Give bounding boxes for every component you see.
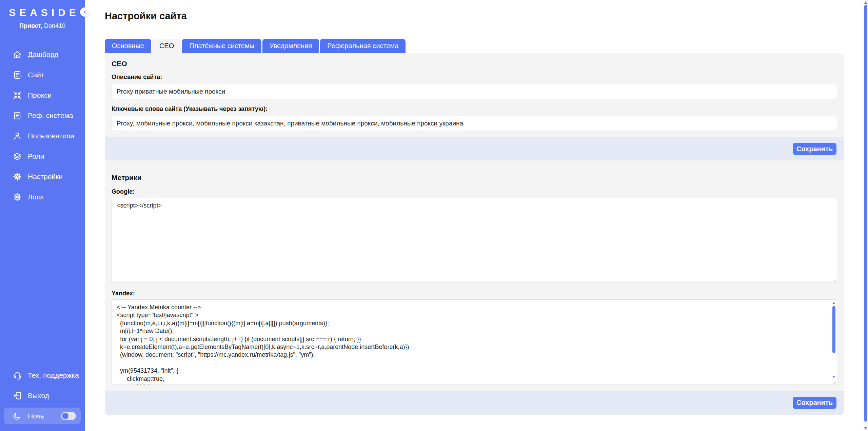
- google-metric-label: Google:: [112, 188, 837, 196]
- sidebar-item-label: Прокси: [28, 91, 52, 99]
- gear-icon: [13, 193, 22, 201]
- sidebar-item-users[interactable]: Пользователи: [0, 128, 85, 144]
- site-description-label: Описание сайта:: [112, 73, 837, 81]
- seo-save-button[interactable]: Сохранить: [793, 143, 836, 155]
- site-keywords-input[interactable]: [112, 116, 837, 131]
- sidebar-item-label: Тех. поддержка: [28, 371, 79, 379]
- night-mode-row[interactable]: Ночь: [4, 408, 81, 424]
- sidebar-item-site[interactable]: Сайт: [0, 67, 85, 83]
- sidebar-nav: Дашборд Сайт Прокси Реф. система: [0, 46, 85, 209]
- seo-save-bar: Сохранить: [105, 137, 844, 160]
- page: SEASIDE Привет, Don410 Дашборд Сайт: [0, 0, 868, 431]
- textarea-scrollbar[interactable]: [831, 300, 836, 379]
- greeting-word: Привет,: [19, 22, 42, 29]
- tab-seo[interactable]: CEO: [152, 39, 181, 53]
- metrics-save-button[interactable]: Сохранить: [793, 397, 836, 409]
- person-icon: [13, 132, 22, 140]
- metrics-heading: Метрики: [112, 160, 837, 182]
- night-mode-label: Ночь: [28, 412, 44, 420]
- scroll-up-arrow-icon[interactable]: [832, 302, 835, 304]
- sidebar-item-support[interactable]: Тех. поддержка: [0, 367, 85, 384]
- journal-icon: [13, 71, 22, 79]
- scrollbar-thumb[interactable]: [832, 306, 835, 353]
- sidebar-item-label: Реф. система: [28, 112, 73, 120]
- sidebar-collapse-button[interactable]: [80, 7, 89, 17]
- google-metric-textarea[interactable]: <script></script>: [112, 198, 837, 283]
- settings-panel: CEO Описание сайта: Ключевые слова сайта…: [105, 53, 844, 415]
- sidebar-item-label: Настройки: [28, 173, 63, 181]
- sidebar-footer-nav: Тех. поддержка Выход: [0, 367, 85, 408]
- layers-icon: [13, 152, 22, 161]
- house-icon: [13, 50, 22, 59]
- sidebar-item-label: Пользователи: [28, 132, 74, 140]
- page-title: Настройки сайта: [105, 11, 187, 22]
- toggle-knob: [62, 413, 68, 419]
- journal-icon: [13, 111, 22, 120]
- scrollbar-thumb[interactable]: [864, 5, 867, 422]
- site-description-input[interactable]: [112, 84, 837, 99]
- scroll-down-arrow-icon[interactable]: [864, 427, 867, 430]
- tab-notifications[interactable]: Уведомления: [262, 39, 319, 53]
- sidebar-item-dashboard[interactable]: Дашборд: [0, 46, 85, 63]
- compress-arrows-icon: [13, 91, 22, 100]
- sidebar-item-label: Роли: [28, 152, 44, 160]
- sidebar: SEASIDE Привет, Don410 Дашборд Сайт: [0, 0, 85, 431]
- sidebar-item-settings[interactable]: Настройки: [0, 169, 85, 185]
- sidebar-item-label: Логи: [28, 193, 43, 201]
- scroll-up-arrow-icon[interactable]: [864, 1, 867, 4]
- sidebar-item-label: Сайт: [28, 71, 44, 79]
- yandex-metric-code: <!-- Yandex.Metrika counter --> <script …: [112, 300, 837, 385]
- headset-icon: [13, 371, 22, 380]
- sidebar-item-logs[interactable]: Логи: [0, 189, 85, 205]
- tab-bar: Основные CEO Платёжные системы Уведомлен…: [105, 39, 407, 53]
- metrics-section: Метрики Google: <script></script> Yandex…: [105, 160, 844, 385]
- night-mode-toggle[interactable]: [61, 412, 76, 420]
- brand-logo: SEASIDE: [0, 7, 85, 18]
- scroll-down-arrow-icon[interactable]: [832, 376, 835, 378]
- resize-grip-icon[interactable]: [832, 379, 836, 384]
- greeting: Привет, Don410: [0, 22, 85, 30]
- site-keywords-label: Ключевые слова сайта (Указывать через за…: [112, 105, 837, 113]
- tab-referral-system[interactable]: Реферальная система: [320, 39, 406, 53]
- sidebar-item-proxy[interactable]: Прокси: [0, 87, 85, 103]
- sidebar-item-referral[interactable]: Реф. система: [0, 107, 85, 124]
- chevron-left-icon: [82, 10, 87, 15]
- seo-section: CEO Описание сайта: Ключевые слова сайта…: [105, 53, 844, 131]
- gear-icon: [13, 172, 22, 181]
- sidebar-item-logout[interactable]: Выход: [0, 388, 85, 404]
- moon-icon: [13, 412, 21, 420]
- page-scrollbar[interactable]: [864, 0, 868, 431]
- greeting-username: Don410: [44, 22, 65, 29]
- tab-general[interactable]: Основные: [105, 39, 151, 53]
- resize-grip-icon[interactable]: [832, 277, 836, 282]
- google-metric-code: <script></script>: [112, 198, 837, 282]
- metrics-save-bar: Сохранить: [105, 391, 844, 415]
- logout-icon: [13, 391, 22, 400]
- sidebar-item-roles[interactable]: Роли: [0, 148, 85, 164]
- tab-payment-systems[interactable]: Платёжные системы: [182, 39, 261, 53]
- sidebar-item-label: Выход: [28, 392, 49, 400]
- yandex-metric-label: Yandex:: [112, 289, 837, 297]
- yandex-metric-textarea[interactable]: <!-- Yandex.Metrika counter --> <script …: [112, 299, 837, 385]
- seo-heading: CEO: [112, 53, 837, 68]
- sidebar-item-label: Дашборд: [28, 51, 58, 59]
